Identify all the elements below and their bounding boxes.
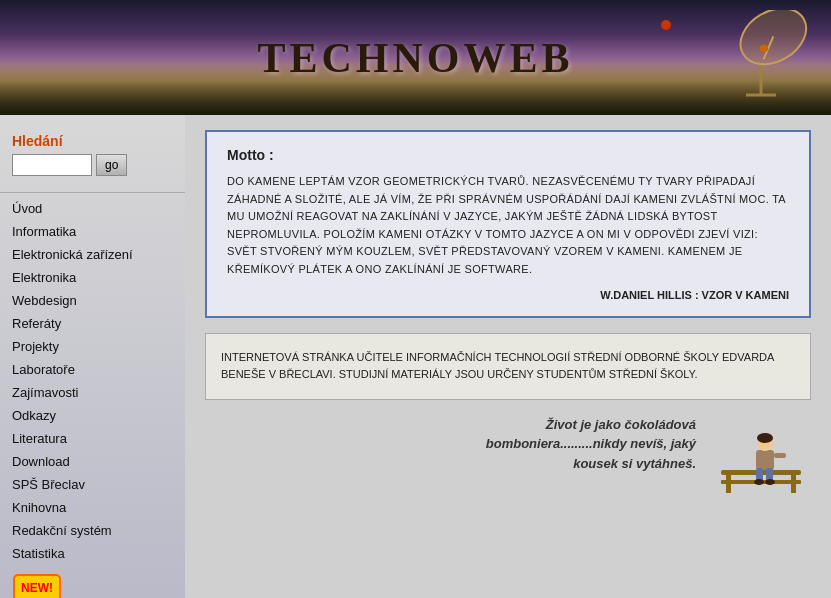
sidebar: Hledání go Úvod Informatika Elektronická… — [0, 115, 185, 598]
sidebar-item-odkazy[interactable]: Odkazy — [0, 404, 185, 427]
sidebar-item-informatika[interactable]: Informatika — [0, 220, 185, 243]
header-dot-decoration — [661, 20, 671, 30]
motto-title: Motto : — [227, 147, 789, 163]
sidebar-item-elektronika[interactable]: Elektronika — [0, 266, 185, 289]
sidebar-item-sps-breclav[interactable]: SPŠ Břeclav — [0, 473, 185, 496]
sidebar-item-knihovna[interactable]: Knihovna — [0, 496, 185, 519]
svg-point-18 — [765, 479, 775, 485]
page-header: TECHNOWEB — [0, 0, 831, 115]
info-box: INTERNETOVÁ STRÁNKA UČITELE INFORMAČNÍCH… — [205, 333, 811, 400]
new-badge-icon: NEW! — [12, 573, 62, 598]
search-row: go — [12, 154, 173, 176]
sidebar-item-laboratore[interactable]: Laboratoře — [0, 358, 185, 381]
sidebar-item-elektronicka-zarizeni[interactable]: Elektronická zařízení — [0, 243, 185, 266]
search-section: Hledání go — [0, 125, 185, 188]
content-area: Motto : DO KAMENE LEPTÁM VZOR GEOMETRICK… — [185, 115, 831, 598]
svg-point-14 — [757, 433, 773, 443]
sidebar-item-webdesign[interactable]: Webdesign — [0, 289, 185, 312]
site-title: TECHNOWEB — [257, 34, 573, 82]
sidebar-item-download[interactable]: Download — [0, 450, 185, 473]
svg-text:NEW!: NEW! — [21, 581, 53, 595]
sidebar-item-statistika[interactable]: Statistika — [0, 542, 185, 565]
motto-text: DO KAMENE LEPTÁM VZOR GEOMETRICKÝCH TVAR… — [227, 173, 789, 279]
search-input[interactable] — [12, 154, 92, 176]
motto-author: W.DANIEL HILLIS : VZOR V KAMENI — [227, 289, 789, 301]
satellite-icon — [711, 10, 811, 100]
new-badge: NEW! — [12, 573, 173, 598]
sidebar-item-referaty[interactable]: Referáty — [0, 312, 185, 335]
nav-divider-top — [0, 192, 185, 193]
sidebar-item-zajimavosti[interactable]: Zajímavosti — [0, 381, 185, 404]
sidebar-item-redakcni-system[interactable]: Redakční systém — [0, 519, 185, 542]
info-text: INTERNETOVÁ STRÁNKA UČITELE INFORMAČNÍCH… — [221, 349, 795, 384]
sidebar-item-uvod[interactable]: Úvod — [0, 197, 185, 220]
quote-section: Život je jako čokoládová bomboniera.....… — [205, 415, 811, 495]
search-label: Hledání — [12, 133, 173, 149]
sidebar-item-literatura[interactable]: Literatura — [0, 427, 185, 450]
svg-rect-19 — [774, 453, 786, 458]
person-bench-icon — [711, 415, 811, 495]
svg-rect-12 — [756, 450, 774, 470]
main-container: Hledání go Úvod Informatika Elektronická… — [0, 115, 831, 598]
search-button[interactable]: go — [96, 154, 127, 176]
svg-point-17 — [754, 479, 764, 485]
quote-text: Život je jako čokoládová bomboniera.....… — [458, 415, 696, 474]
sidebar-item-projekty[interactable]: Projekty — [0, 335, 185, 358]
motto-box: Motto : DO KAMENE LEPTÁM VZOR GEOMETRICK… — [205, 130, 811, 318]
